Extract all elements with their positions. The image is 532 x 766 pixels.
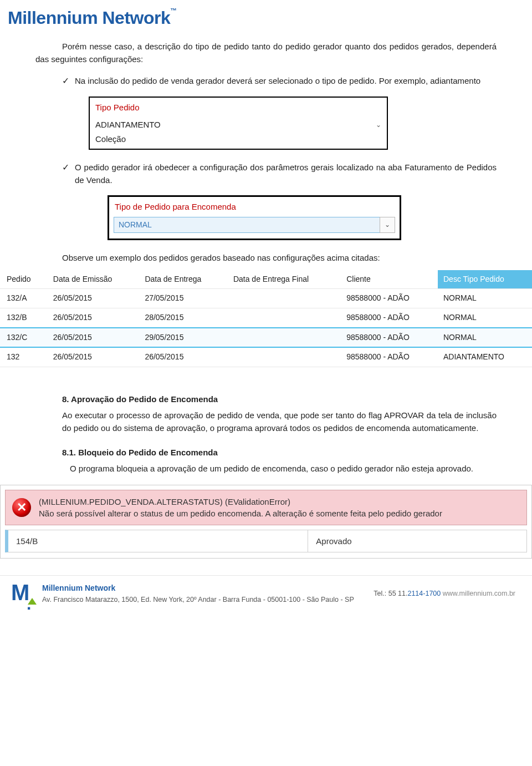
- grid-cell: 29/05/2015: [139, 328, 228, 348]
- grid-cell: 26/05/2015: [48, 328, 140, 348]
- tipo-encomenda-label: Tipo de Pedido para Encomenda: [109, 197, 400, 214]
- grid-cell: 132/C: [0, 328, 48, 348]
- grid-cell: NORMAL: [438, 328, 532, 348]
- grid-cell: 132/B: [0, 308, 48, 327]
- tipo-encomenda-value: NORMAL: [114, 217, 380, 234]
- tipo-encomenda-box: Tipo de Pedido para Encomenda NORMAL ⌄: [108, 195, 401, 240]
- trademark-icon: ™: [170, 7, 177, 14]
- intro-paragraph: Porém nesse caso, a descrição do tipo de…: [35, 40, 497, 66]
- grid-cell: 27/05/2015: [139, 289, 228, 308]
- table-row[interactable]: 132/A26/05/201527/05/201598588000 - ADÃO…: [0, 289, 532, 308]
- bullet-1: ✓ Na inclusão do pedido de venda gerador…: [62, 74, 497, 88]
- grid-header-cell[interactable]: Data de Emissão: [48, 270, 140, 289]
- footer-website: www.millennium.com.br: [443, 590, 515, 597]
- pedidos-grid[interactable]: PedidoData de EmissãoData de EntregaData…: [0, 270, 532, 367]
- error-icon: ✕: [12, 498, 31, 517]
- table-row[interactable]: 132/C26/05/201529/05/201598588000 - ADÃO…: [0, 328, 532, 348]
- grid-cell: NORMAL: [438, 289, 532, 308]
- chevron-down-icon[interactable]: ⌄: [380, 217, 395, 233]
- grid-cell: ADIANTAMENTO: [438, 347, 532, 367]
- pedidos-grid-wrapper: PedidoData de EmissãoData de EntregaData…: [0, 270, 532, 367]
- tipo-pedido-value: ADIANTAMENTO: [95, 118, 161, 131]
- tipo-pedido-box: Tipo Pedido ADIANTAMENTO ⌄ Coleção: [89, 97, 388, 150]
- check-icon: ✓: [62, 74, 69, 88]
- grid-cell: 132: [0, 347, 48, 367]
- grid-header-cell[interactable]: Data de Entrega Final: [228, 270, 341, 289]
- grid-cell: 98588000 - ADÃO: [341, 289, 438, 308]
- page-content: Porém nesse caso, a descrição do tipo de…: [0, 34, 532, 265]
- section-8-body: Ao executar o processo de aprovação de p…: [62, 409, 497, 435]
- footer-address: Av. Francisco Matarazzo, 1500, Ed. New Y…: [42, 595, 367, 605]
- bullet-1-text: Na inclusão do pedido de venda gerador d…: [75, 74, 497, 88]
- footer-title: Millennium Network: [42, 582, 367, 595]
- grid-header-row: PedidoData de EmissãoData de EntregaData…: [0, 270, 532, 289]
- page-footer: M. Millennium Network Av. Francisco Mata…: [0, 575, 532, 617]
- tipo-encomenda-field[interactable]: NORMAL ⌄: [114, 217, 395, 234]
- logo-triangle-icon: [28, 598, 37, 605]
- brand-logo: Millennium Network™: [8, 4, 532, 32]
- status-pedido-cell[interactable]: 154/B: [5, 530, 308, 552]
- grid-cell: [228, 308, 341, 327]
- section-8-1-title: 8.1. Bloqueio do Pedido de Encomenda: [62, 446, 497, 459]
- error-banner: ✕ (MILLENIUM.PEDIDO_VENDA.ALTERASTATUS) …: [5, 490, 527, 525]
- grid-cell: NORMAL: [438, 308, 532, 327]
- check-icon: ✓: [62, 161, 69, 187]
- footer-contact: Tel.: 55 11.2114-1700 www.millennium.com…: [374, 589, 515, 599]
- grid-header-cell[interactable]: Desc Tipo Pedido: [438, 270, 532, 289]
- footer-info: Millennium Network Av. Francisco Mataraz…: [42, 582, 367, 605]
- grid-cell: 98588000 - ADÃO: [341, 308, 438, 327]
- section-8-title: 8. Aprovação do Pedido de Encomenda: [62, 393, 497, 405]
- grid-cell: [228, 347, 341, 367]
- brand-text: Millennium Network: [8, 8, 170, 28]
- observe-text: Observe um exemplo dos pedidos gerados b…: [62, 251, 497, 264]
- grid-body: 132/A26/05/201527/05/201598588000 - ADÃO…: [0, 289, 532, 367]
- grid-cell: [228, 289, 341, 308]
- status-value-cell[interactable]: Aprovado: [308, 530, 527, 552]
- tel-number: 2114-1700: [407, 590, 441, 597]
- tipo-pedido-label: Tipo Pedido: [90, 98, 387, 115]
- page-header: Millennium Network™: [0, 0, 532, 34]
- grid-cell: 26/05/2015: [48, 347, 140, 367]
- status-row: 154/B Aprovado: [5, 530, 527, 552]
- tel-prefix: 55 11: [388, 590, 406, 597]
- grid-header-cell[interactable]: Data de Entrega: [139, 270, 228, 289]
- colecao-label: Coleção: [90, 131, 387, 149]
- tipo-pedido-field[interactable]: ADIANTAMENTO ⌄: [90, 115, 387, 131]
- table-row[interactable]: 132/B26/05/201528/05/201598588000 - ADÃO…: [0, 308, 532, 327]
- error-line-1: (MILLENIUM.PEDIDO_VENDA.ALTERASTATUS) (E…: [39, 496, 442, 508]
- grid-header-cell[interactable]: Cliente: [341, 270, 438, 289]
- section-8-1-body: O programa bloqueia a aprovação de um pe…: [70, 462, 497, 475]
- grid-cell: 132/A: [0, 289, 48, 308]
- grid-cell: 28/05/2015: [139, 308, 228, 327]
- grid-cell: [228, 328, 341, 348]
- grid-header-cell[interactable]: Pedido: [0, 270, 48, 289]
- grid-cell: 98588000 - ADÃO: [341, 328, 438, 348]
- error-panel: ✕ (MILLENIUM.PEDIDO_VENDA.ALTERASTATUS) …: [0, 485, 532, 559]
- table-row[interactable]: 13226/05/201526/05/201598588000 - ADÃOAD…: [0, 347, 532, 367]
- sections: 8. Aprovação do Pedido de Encomenda Ao e…: [0, 384, 532, 475]
- grid-cell: 26/05/2015: [48, 289, 140, 308]
- grid-cell: 26/05/2015: [139, 347, 228, 367]
- bullet-2-text: O pedido gerador irá obedecer a configur…: [75, 161, 497, 187]
- error-line-2: Não será possível alterar o status de um…: [39, 508, 442, 519]
- error-text: (MILLENIUM.PEDIDO_VENDA.ALTERASTATUS) (E…: [39, 496, 442, 519]
- grid-cell: 26/05/2015: [48, 308, 140, 327]
- footer-logo: M.: [11, 581, 35, 606]
- bullet-2: ✓ O pedido gerador irá obedecer a config…: [62, 161, 497, 187]
- grid-cell: 98588000 - ADÃO: [341, 347, 438, 367]
- tel-label: Tel.:: [374, 590, 386, 597]
- chevron-down-icon[interactable]: ⌄: [376, 120, 381, 130]
